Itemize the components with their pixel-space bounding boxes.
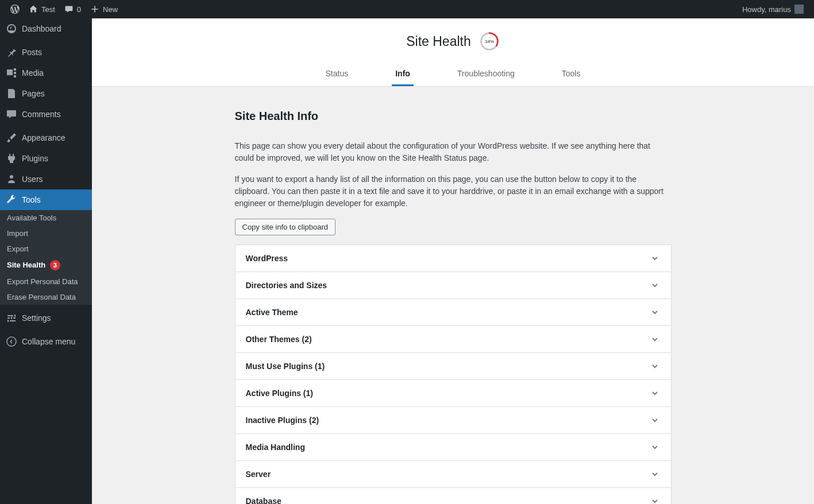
progress-indicator: 34% [479,31,500,52]
comment-icon [64,5,74,14]
sidebar-item-label: Users [22,175,43,184]
accordion-title: Directories and Sizes [246,281,327,290]
comments-count: 0 [77,5,81,14]
chevron-down-icon [649,360,661,372]
accordion-item-media-handling[interactable]: Media Handling [236,434,671,461]
accordion-item-must-use-plugins[interactable]: Must Use Plugins (1) [236,353,671,380]
plus-icon [90,5,99,14]
new-content-link[interactable]: New [86,0,122,18]
accordion-title: Database [246,497,281,504]
new-label: New [103,5,118,14]
site-health-header: Site Health 34% Status Info Troubleshoot… [92,18,814,87]
badge-count: 3 [50,260,60,270]
accordion-item-active-theme[interactable]: Active Theme [236,299,671,326]
chevron-down-icon [649,307,661,318]
chevron-down-icon [649,334,661,345]
sidebar-item-label: Posts [22,48,42,57]
sidebar-item-label: Dashboard [22,24,61,33]
sidebar-item-comments[interactable]: Comments [0,104,92,125]
accordion-item-directories[interactable]: Directories and Sizes [236,272,671,299]
chevron-down-icon [649,441,661,453]
submenu-available-tools[interactable]: Available Tools [0,210,92,226]
sidebar-item-tools[interactable]: Tools [0,189,92,210]
accordion-item-database[interactable]: Database [236,488,671,504]
tabs: Status Info Troubleshooting Tools [92,62,814,86]
collapse-menu[interactable]: Collapse menu [0,331,92,352]
accordion-title: Server [246,470,271,479]
sidebar-item-pages[interactable]: Pages [0,83,92,104]
chevron-down-icon [649,495,661,504]
sidebar-item-users[interactable]: Users [0,169,92,189]
accordion-item-server[interactable]: Server [236,461,671,488]
main-content: Site Health 34% Status Info Troubleshoot… [92,18,814,504]
sidebar-item-label: Comments [22,110,61,119]
tab-tools[interactable]: Tools [558,62,584,86]
accordion-item-active-plugins[interactable]: Active Plugins (1) [236,380,671,407]
brush-icon [6,132,17,144]
tools-submenu: Available Tools Import Export Site Healt… [0,210,92,305]
body-section: Site Health Info This page can show you … [223,87,683,504]
chevron-down-icon [649,414,661,426]
sidebar-item-label: Pages [22,89,45,98]
accordion-title: Inactive Plugins (2) [246,416,319,425]
site-name-text: Test [41,5,55,14]
sidebar-item-label: Settings [22,313,51,323]
intro-paragraph-2: If you want to export a handy list of al… [235,173,672,210]
svg-point-1 [7,337,16,346]
admin-sidebar: Dashboard Posts Media Pages Comments App… [0,18,92,504]
sidebar-item-dashboard[interactable]: Dashboard [0,18,92,39]
sidebar-item-label: Plugins [22,154,48,163]
chevron-down-icon [649,253,661,264]
my-account-link[interactable]: Howdy, marius [738,0,808,18]
copy-site-info-button[interactable]: Copy site info to clipboard [235,219,336,235]
chevron-down-icon [649,280,661,291]
accordion-title: Active Plugins (1) [246,389,313,398]
media-icon [6,67,17,79]
wp-logo[interactable] [6,0,24,18]
collapse-icon [6,336,17,347]
site-name-link[interactable]: Test [24,0,60,18]
sidebar-item-plugins[interactable]: Plugins [0,148,92,169]
tab-info[interactable]: Info [392,62,414,86]
submenu-export-personal-data[interactable]: Export Personal Data [0,274,92,289]
comment-icon [6,108,17,120]
plugin-icon [6,153,17,164]
wordpress-icon [10,5,20,14]
accordion-title: Other Themes (2) [246,335,312,344]
tab-troubleshooting[interactable]: Troubleshooting [454,62,518,86]
sliders-icon [6,312,17,324]
page-title: Site Health [406,34,471,49]
comments-link[interactable]: 0 [60,0,86,18]
accordion-item-inactive-plugins[interactable]: Inactive Plugins (2) [236,407,671,434]
sidebar-item-posts[interactable]: Posts [0,42,92,63]
admin-bar: Test 0 New Howdy, marius [0,0,814,18]
chevron-down-icon [649,387,661,399]
dashboard-icon [6,23,17,34]
accordion-item-other-themes[interactable]: Other Themes (2) [236,326,671,353]
howdy-text: Howdy, marius [742,5,791,14]
page-icon [6,88,17,99]
accordion-title: Media Handling [246,443,305,452]
avatar [794,5,804,14]
wrench-icon [6,194,17,206]
sidebar-item-media[interactable]: Media [0,63,92,83]
submenu-erase-personal-data[interactable]: Erase Personal Data [0,289,92,305]
submenu-import[interactable]: Import [0,226,92,241]
accordion-item-wordpress[interactable]: WordPress [236,245,671,272]
sidebar-item-settings[interactable]: Settings [0,308,92,328]
user-icon [6,173,17,185]
chevron-down-icon [649,468,661,480]
tab-status[interactable]: Status [322,62,352,86]
sidebar-item-appearance[interactable]: Appearance [0,127,92,148]
sidebar-item-label: Appearance [22,133,65,142]
intro-paragraph-1: This page can show you every detail abou… [235,140,672,164]
sidebar-item-label: Tools [22,195,41,204]
pin-icon [6,46,17,58]
submenu-export[interactable]: Export [0,241,92,257]
submenu-site-health[interactable]: Site Health 3 [0,257,92,274]
sidebar-item-label: Media [22,68,44,77]
home-icon [29,5,38,14]
accordion-title: Active Theme [246,308,298,317]
section-heading: Site Health Info [235,110,672,123]
svg-point-0 [10,175,13,179]
